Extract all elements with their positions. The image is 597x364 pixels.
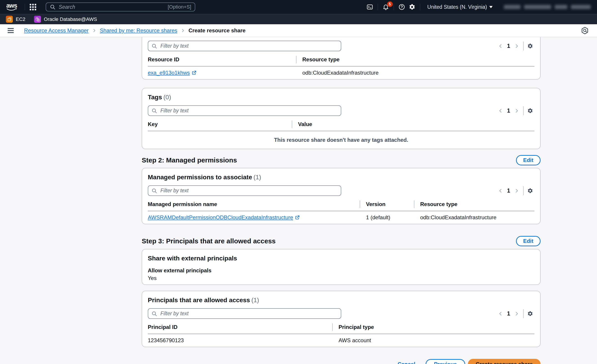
step2-edit-button[interactable]: Edit <box>516 155 541 165</box>
table-settings-gear-icon[interactable] <box>526 309 534 318</box>
page-number: 1 <box>505 107 512 114</box>
topbar-divider <box>378 4 378 10</box>
cancel-button[interactable]: Cancel <box>396 361 416 364</box>
allow-external-principals-label: Allow external principals <box>148 267 534 274</box>
top-navigation-bar: aws [Option+S] <box>0 0 597 14</box>
page-number: 1 <box>505 43 512 49</box>
chevron-right-icon <box>92 28 96 33</box>
tags-filter[interactable] <box>148 105 341 116</box>
column-header: Key <box>148 121 292 127</box>
external-link-icon <box>295 215 300 220</box>
table-settings-gear-icon[interactable] <box>526 42 534 50</box>
table-settings-gear-icon[interactable] <box>526 106 534 115</box>
column-header: Value <box>298 121 312 127</box>
previous-page-icon[interactable] <box>496 187 505 195</box>
principals-filter[interactable] <box>148 308 341 319</box>
create-resource-share-button[interactable]: Create resource share <box>468 359 541 364</box>
breadcrumb-shares-link[interactable]: Shared by me: Resource shares <box>100 27 177 34</box>
permissions-filter-input[interactable] <box>160 187 338 194</box>
column-header: Resource type <box>302 56 339 63</box>
column-header: Resource type <box>420 201 457 207</box>
tags-filter-input[interactable] <box>160 107 338 114</box>
aws-console-screen: aws [Option+S] <box>0 0 597 364</box>
search-icon <box>151 108 157 114</box>
cloudshell-icon[interactable] <box>365 2 375 12</box>
resources-pagination: 1 <box>496 42 534 51</box>
breadcrumb-current: Create resource share <box>189 27 245 34</box>
previous-page-icon[interactable] <box>496 42 505 50</box>
tags-count: (0) <box>163 94 171 101</box>
breadcrumb-bar: Resource Access Manager Shared by me: Re… <box>0 24 597 37</box>
amazon-q-icon[interactable] <box>580 26 590 35</box>
breadcrumb: Resource Access Manager Shared by me: Re… <box>24 27 245 34</box>
resources-filter-input[interactable] <box>160 43 338 49</box>
global-search[interactable]: [Option+S] <box>46 2 195 11</box>
permissions-filter[interactable] <box>148 185 341 196</box>
ec2-service-icon <box>6 16 13 23</box>
table-row: AWSRAMDefaultPermissionODBCloudExadataIn… <box>148 211 534 224</box>
principals-pagination: 1 <box>496 309 534 318</box>
topbar-divider <box>420 4 420 10</box>
principals-table-header: Principal ID Principal type <box>148 323 534 334</box>
tags-table-header: Key Value <box>148 121 534 131</box>
step2-header-row: Step 2: Managed permissions Edit <box>142 155 541 165</box>
page-number: 1 <box>505 310 512 317</box>
favorite-oracle-database[interactable]: Oracle Database@AWS <box>34 16 97 23</box>
resource-id-link[interactable]: exa_e913o1khws <box>148 70 190 76</box>
side-nav-menu-icon[interactable] <box>7 27 15 34</box>
next-page-icon[interactable] <box>512 309 521 318</box>
search-input[interactable] <box>58 4 165 10</box>
managed-permissions-card: Managed permissions to associate(1) 1 <box>142 168 541 224</box>
principals-card: Principals that are allowed access(1) 1 <box>142 291 541 347</box>
breadcrumb-ram-link[interactable]: Resource Access Manager <box>24 27 89 34</box>
chevron-right-icon <box>181 28 185 33</box>
next-page-icon[interactable] <box>512 187 521 195</box>
chevron-down-icon <box>489 6 493 8</box>
account-menu-redacted[interactable] <box>504 5 591 9</box>
principals-filter-input[interactable] <box>160 310 338 317</box>
search-icon <box>50 4 55 10</box>
principals-title: Principals that are allowed access(1) <box>148 296 534 304</box>
table-row: exa_e913o1khws odb:CloudExadataInfrastru… <box>148 67 534 79</box>
aws-logo[interactable]: aws <box>6 3 17 11</box>
notification-count-badge: 5 <box>387 1 393 7</box>
topbar-divider <box>394 4 394 10</box>
favorite-ec2-label: EC2 <box>16 16 25 22</box>
resources-filter[interactable] <box>148 41 341 51</box>
step3-edit-button[interactable]: Edit <box>516 236 541 246</box>
search-shortcut: [Option+S] <box>168 4 191 10</box>
step3-heading: Step 3: Principals that are allowed acce… <box>142 237 275 245</box>
next-page-icon[interactable] <box>512 106 521 115</box>
previous-page-icon[interactable] <box>496 106 505 115</box>
column-header: Resource ID <box>148 56 296 63</box>
previous-page-icon[interactable] <box>496 309 505 318</box>
search-icon <box>151 311 157 317</box>
main-content: 1 Resource ID Resource type <box>0 37 597 364</box>
tags-card-title: Tags(0) <box>148 94 534 101</box>
external-link-icon <box>192 70 196 75</box>
search-icon <box>151 188 157 194</box>
allow-external-principals-value: Yes <box>148 275 534 284</box>
column-header: Managed permission name <box>148 201 360 207</box>
next-page-icon[interactable] <box>512 42 521 50</box>
settings-gear-icon[interactable] <box>407 2 417 12</box>
resources-table-header: Resource ID Resource type <box>148 56 534 67</box>
wizard-footer: Cancel Previous Create resource share <box>142 359 541 364</box>
favorite-ec2[interactable]: EC2 <box>6 16 25 23</box>
permission-version-value: 1 (default) <box>366 214 420 221</box>
favorites-bar: EC2 Oracle Database@AWS <box>0 14 597 24</box>
principal-type-value: AWS account <box>338 337 371 344</box>
table-settings-gear-icon[interactable] <box>526 187 534 195</box>
resource-type-value: odb:CloudExadataInfrastructure <box>302 70 379 76</box>
region-selector[interactable]: United States (N. Virginia) <box>426 4 494 10</box>
help-icon[interactable] <box>397 2 407 12</box>
previous-button[interactable]: Previous <box>426 359 465 364</box>
apps-grid-icon[interactable] <box>28 2 38 12</box>
principal-id-value: 123456790123 <box>148 337 338 344</box>
permissions-table-header: Managed permission name Version Resource… <box>148 200 534 211</box>
oracle-database-service-icon <box>34 16 41 23</box>
managed-permission-link[interactable]: AWSRAMDefaultPermissionODBCloudExadataIn… <box>148 214 293 221</box>
notifications-bell-icon[interactable]: 5 <box>381 2 391 12</box>
aws-smile-icon <box>7 8 17 11</box>
column-header: Version <box>366 201 414 207</box>
